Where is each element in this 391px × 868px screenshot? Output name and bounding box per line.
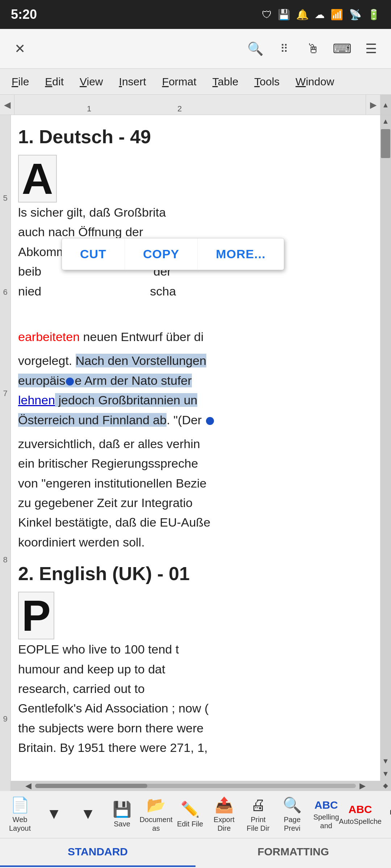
bottom-toolbar: 📄 Web Layout ▼ ▼ 💾 Save 📂 Document as ✏️… <box>0 791 391 838</box>
line-8: 8 <box>3 549 7 571</box>
scroll-thumb[interactable] <box>381 129 390 158</box>
ruler: ◀ 1 2 ▶ ▲ <box>0 95 391 115</box>
spelling-btn[interactable]: ABC Spelling and <box>310 795 342 834</box>
shield-icon: 🛡 <box>262 9 272 21</box>
ruler-right-btn[interactable]: ▶ <box>366 95 380 115</box>
down-arrow-1-icon: ▼ <box>46 805 62 822</box>
line-7: 7 <box>3 383 7 404</box>
drop-cap-p: P <box>18 592 54 639</box>
para-selection: vorgelegt. Nach den Vorstellungen europä… <box>18 351 366 430</box>
spelling-label: Spelling and <box>313 813 340 830</box>
copy-button[interactable]: COPY <box>125 238 198 270</box>
heading-1: 1. Deutsch - 49 <box>18 126 366 148</box>
edit-file-btn[interactable]: ✏️ Edit File <box>174 795 206 834</box>
more-button[interactable]: MORE... <box>198 238 283 270</box>
selection-handle-right[interactable] <box>206 417 214 425</box>
menu-tools[interactable]: Tools <box>246 73 287 91</box>
context-menu: CUT COPY MORE... <box>62 238 284 270</box>
selection-handle-left[interactable] <box>66 378 74 386</box>
edit-file-label: Edit File <box>177 820 203 828</box>
print-file-label: Print File Dir <box>245 815 272 833</box>
ruler-left-btn[interactable]: ◀ <box>0 95 14 115</box>
menu-window[interactable]: Window <box>287 73 342 91</box>
scroll-left-arrow[interactable]: ◀ <box>22 781 35 791</box>
ruler-mark-2: 2 <box>177 104 182 114</box>
export-dir-label: Export Dire <box>211 815 237 833</box>
selected-text-start: Nach den Vorstellungen europäise Arm der… <box>18 354 206 387</box>
para-red: earbeiteten neuen Entwurf über di <box>18 327 366 346</box>
scroll-thumb-h[interactable] <box>35 784 147 788</box>
drop-cap-a: A <box>18 155 57 203</box>
wifi-icon: 📶 <box>331 9 343 21</box>
document-as-btn[interactable]: 📂 Document as <box>140 795 172 834</box>
status-icons: 🛡 💾 🔔 ☁ 📶 📡 🔋 <box>262 9 380 21</box>
save-label: Save <box>114 820 130 828</box>
save-btn[interactable]: 💾 Save <box>106 795 138 834</box>
doc-area: 5 6 7 8 9 ▲ ▼ ▼ ◆ 1. Deutsch - 49 A ls s… <box>0 115 391 791</box>
web-layout-icon: 📄 <box>10 796 29 814</box>
export-dir-icon: 📤 <box>215 796 234 814</box>
scroll-up-btn[interactable]: ▲ <box>382 101 389 109</box>
web-layout-label: Web Layout <box>7 815 33 833</box>
app-name-input[interactable]: spr… <box>36 38 239 60</box>
page-preview-icon: 🔍 <box>283 796 302 814</box>
tab-formatting[interactable]: FORMATTING <box>196 838 391 867</box>
bottom-tabs: STANDARD FORMATTING <box>0 838 391 867</box>
autospell-icon: ABC <box>349 803 372 816</box>
red-text: earbeiteten <box>18 330 80 344</box>
para-english-1: EOPLE who live to 100 tend t humour and … <box>18 639 366 757</box>
line-5: 5 <box>3 187 7 209</box>
line-9: 9 <box>3 708 7 730</box>
vertical-scrollbar[interactable]: ▲ ▼ ▼ ◆ <box>380 115 391 791</box>
section-english: P EOPLE who live to 100 tend t humour an… <box>18 592 366 762</box>
scroll-right-arrow[interactable]: ▶ <box>356 781 369 791</box>
menu-button[interactable]: ☰ <box>358 36 384 61</box>
line-numbers: 5 6 7 8 9 <box>0 115 11 791</box>
down-arrow-2-btn[interactable]: ▼ <box>72 795 104 834</box>
cursor-icon: ↖ <box>388 805 391 822</box>
ruler-mark-1: 1 <box>87 104 91 114</box>
document-as-label: Document as <box>139 815 172 833</box>
down-arrow-1-btn[interactable]: ▼ <box>38 795 70 834</box>
status-time: 5:20 <box>11 7 37 22</box>
cut-button[interactable]: CUT <box>62 238 125 270</box>
scroll-down-arrow1[interactable]: ▼ <box>380 755 391 767</box>
web-layout-btn[interactable]: 📄 Web Layout <box>4 795 36 834</box>
doc-content: 1. Deutsch - 49 A ls sicher gilt, daß Gr… <box>11 115 380 791</box>
menu-table[interactable]: Table <box>205 73 247 91</box>
menu-edit[interactable]: Edit <box>37 73 72 91</box>
cursor-btn[interactable]: ↖ <box>378 795 391 834</box>
autospell-label: AutoSpellche <box>339 817 382 826</box>
search-button[interactable]: 🔍 <box>243 36 268 61</box>
menu-bar: File Edit View Insert Format Table Tools… <box>0 69 391 95</box>
keyboard-button[interactable]: ⌨ <box>329 36 355 61</box>
home-indicator-bar <box>0 867 391 868</box>
menu-insert[interactable]: Insert <box>111 73 154 91</box>
ruler-scale: 1 2 <box>14 95 391 115</box>
export-dir-btn[interactable]: 📤 Export Dire <box>208 795 240 834</box>
scroll-down-arrow2[interactable]: ▼ <box>380 767 391 780</box>
menu-format[interactable]: Format <box>154 73 205 91</box>
scroll-up-arrow[interactable]: ▲ <box>380 115 391 128</box>
close-button[interactable]: ✕ <box>7 36 33 61</box>
blue-link-lehnen[interactable]: lehnen <box>18 393 55 407</box>
tab-standard[interactable]: STANDARD <box>0 838 196 867</box>
cloud-icon: ☁ <box>315 9 325 21</box>
drop-cap-p-container: P <box>18 592 54 639</box>
menu-file[interactable]: File <box>4 73 37 91</box>
save-icon: 💾 <box>113 800 131 818</box>
scroll-pos-indicator: ◆ <box>382 780 390 791</box>
page-preview-btn[interactable]: 🔍 Page Previ <box>276 795 308 834</box>
section-german: A ls sicher gilt, daß Großbrita auch nac… <box>18 155 366 305</box>
status-bar: 5:20 🛡 💾 🔔 ☁ 📶 📡 🔋 <box>0 0 391 29</box>
print-file-btn[interactable]: 🖨 Print File Dir <box>242 795 274 834</box>
sim-icon: 💾 <box>278 9 290 21</box>
autospell-btn[interactable]: ABC AutoSpellche <box>344 795 377 834</box>
grid-button[interactable]: ⠿ <box>272 36 297 61</box>
drop-cap-a-container: A <box>18 155 57 203</box>
mouse-button[interactable]: 🖱 <box>300 36 326 61</box>
line-6: 6 <box>3 281 7 303</box>
battery-icon: 🔋 <box>367 9 380 21</box>
menu-view[interactable]: View <box>72 73 111 91</box>
heading-2: 2. English (UK) - 01 <box>18 563 366 584</box>
